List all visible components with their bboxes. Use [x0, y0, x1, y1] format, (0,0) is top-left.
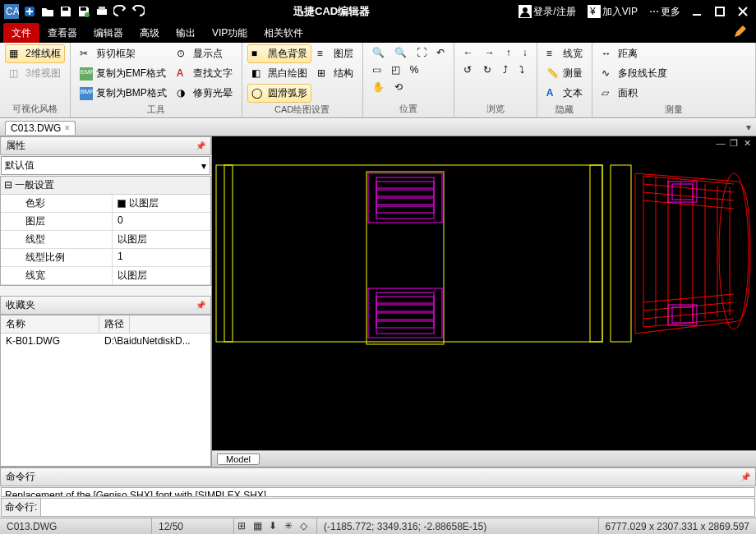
- svg-rect-12: [716, 7, 724, 16]
- login-button[interactable]: 登录/注册: [515, 3, 579, 21]
- menu-editor[interactable]: 编辑器: [85, 23, 131, 44]
- command-header: 命令行📌: [0, 467, 756, 486]
- document-tab[interactable]: C013.DWG ×: [5, 121, 76, 135]
- menu-related[interactable]: 相关软件: [256, 23, 311, 44]
- zoom-window-icon[interactable]: ▭: [368, 62, 385, 78]
- pencil-icon[interactable]: [733, 25, 748, 40]
- prop-group[interactable]: ⊟ 一般设置: [1, 177, 210, 195]
- rot-right-icon[interactable]: ↻: [479, 62, 496, 78]
- model-tab[interactable]: Model: [217, 453, 260, 465]
- prop-row[interactable]: 图层0: [1, 213, 210, 231]
- tabstrip-dropdown-icon[interactable]: ▾: [746, 122, 751, 133]
- polar-icon[interactable]: ✳: [284, 520, 297, 533]
- statusbar: C013.DWG 12/50 ⊞ ▦ ⬇ ✳ ◇ (-1185.772; 334…: [0, 518, 756, 534]
- redo-icon[interactable]: [130, 3, 146, 20]
- pin-icon[interactable]: 📌: [196, 301, 205, 310]
- nav-right-icon[interactable]: →: [481, 44, 499, 61]
- print-icon[interactable]: [94, 3, 110, 20]
- menu-file[interactable]: 文件: [3, 23, 39, 44]
- more-button[interactable]: ⋯更多: [646, 3, 684, 21]
- undo-icon[interactable]: [112, 3, 128, 20]
- pin-icon[interactable]: 📌: [740, 472, 750, 481]
- col-path[interactable]: 路径: [99, 315, 130, 333]
- maximize-icon[interactable]: [712, 3, 728, 20]
- snap-icon[interactable]: ⊞: [237, 520, 251, 533]
- black-bg-button[interactable]: ■黑色背景: [247, 44, 311, 63]
- menu-vip[interactable]: VIP功能: [204, 23, 256, 44]
- trim-halo-button[interactable]: ◑修剪光晕: [173, 84, 237, 103]
- menu-output[interactable]: 输出: [168, 23, 204, 44]
- copy-emf-button[interactable]: EMF复制为EMF格式: [76, 64, 171, 83]
- status-page: 12/50: [152, 518, 234, 534]
- ribbon-group-label: 隐藏: [542, 103, 587, 117]
- menu-advanced[interactable]: 高级: [131, 23, 168, 44]
- rot-down-icon[interactable]: ⤵: [515, 62, 528, 78]
- text-button[interactable]: A文本: [542, 84, 587, 103]
- save-icon[interactable]: [58, 3, 74, 20]
- ortho-icon[interactable]: ⬇: [269, 520, 282, 533]
- area-button[interactable]: ▱面积: [597, 84, 671, 103]
- prop-row[interactable]: 线型比例1: [1, 249, 210, 267]
- find-text-button[interactable]: A查找文字: [173, 64, 237, 83]
- svg-rect-27: [376, 313, 434, 320]
- ribbon-group-label: 工具: [76, 103, 237, 117]
- zoom-out-icon[interactable]: 🔍: [390, 44, 411, 61]
- status-dims: 6777.029 x 2307.331 x 2869.597: [599, 518, 757, 534]
- pin-icon[interactable]: 📌: [196, 141, 205, 150]
- show-points-button[interactable]: ⊙显示点: [173, 44, 237, 63]
- vip-button[interactable]: ¥加入VIP: [584, 3, 641, 21]
- osnap-icon[interactable]: ◇: [300, 520, 313, 533]
- prop-row[interactable]: 色彩以图层: [1, 195, 210, 213]
- saveas-icon[interactable]: [76, 3, 92, 20]
- zoom-prev-icon[interactable]: ↶: [432, 44, 449, 61]
- app-title: 迅捷CAD编辑器: [148, 4, 515, 19]
- nav-down-icon[interactable]: ↓: [519, 44, 532, 61]
- tab-close-icon[interactable]: ×: [64, 122, 70, 134]
- app-icon: CAD: [3, 3, 20, 20]
- open-icon[interactable]: [39, 3, 56, 20]
- new-icon[interactable]: [21, 3, 38, 20]
- orbit-icon[interactable]: ⟲: [390, 79, 407, 95]
- structure-button[interactable]: ⊞结构: [313, 64, 357, 83]
- svg-point-9: [523, 7, 528, 12]
- bw-draw-button[interactable]: ◧黑白绘图: [247, 64, 311, 83]
- measure-button[interactable]: 📏测量: [542, 64, 587, 83]
- ribbon-group-label: 测量: [597, 103, 750, 117]
- zoom-in-icon[interactable]: 🔍: [368, 44, 389, 61]
- wireframe-2d-button[interactable]: ▦2维线框: [5, 44, 65, 63]
- zoom-fit-icon[interactable]: ⛶: [413, 44, 431, 61]
- col-name[interactable]: 名称: [1, 315, 99, 333]
- clip-frame-button[interactable]: ✂剪切框架: [76, 44, 171, 63]
- properties-selector[interactable]: 默认值▾: [1, 156, 210, 175]
- minimize-icon[interactable]: [689, 3, 705, 20]
- status-tool-icons: ⊞ ▦ ⬇ ✳ ◇: [234, 518, 317, 534]
- svg-rect-20: [376, 190, 434, 196]
- close-icon[interactable]: [735, 3, 751, 20]
- distance-button[interactable]: ↔距离: [597, 44, 671, 63]
- layers-button[interactable]: ≡图层: [313, 44, 357, 63]
- svg-text:CAD: CAD: [6, 6, 19, 17]
- nav-left-icon[interactable]: ←: [459, 44, 477, 61]
- zoom-scale-icon[interactable]: %: [406, 62, 423, 78]
- copy-bmp-button[interactable]: BMP复制为BMP格式: [76, 84, 171, 103]
- svg-rect-6: [97, 9, 107, 15]
- rot-left-icon[interactable]: ↺: [459, 62, 476, 78]
- svg-rect-16: [611, 165, 631, 342]
- properties-header: 属性📌: [0, 136, 211, 155]
- rot-up-icon[interactable]: ⤴: [499, 62, 512, 78]
- drawing-canvas[interactable]: — ❐ ✕: [212, 136, 756, 450]
- zoom-extent-icon[interactable]: ◰: [387, 62, 404, 78]
- command-input[interactable]: [41, 500, 754, 515]
- favorites-row[interactable]: K-B01.DWG D:\BaiduNetdiskD...: [1, 334, 210, 348]
- pan-icon[interactable]: ✋: [368, 79, 389, 95]
- menu-viewer[interactable]: 查看器: [39, 23, 85, 44]
- model-tabstrip: Model: [212, 450, 756, 467]
- smooth-arc-button[interactable]: ◯圆滑弧形: [247, 84, 311, 103]
- linewidth-button[interactable]: ≡线宽: [542, 44, 587, 63]
- grid-icon[interactable]: ▦: [253, 520, 266, 533]
- nav-up-icon[interactable]: ↑: [502, 44, 515, 61]
- prop-row[interactable]: 线型以图层: [1, 231, 210, 249]
- prop-row[interactable]: 线宽以图层: [1, 267, 210, 285]
- view-3d-button[interactable]: ◫3维视图: [5, 64, 65, 83]
- polyline-len-button[interactable]: ∿多段线长度: [597, 64, 671, 83]
